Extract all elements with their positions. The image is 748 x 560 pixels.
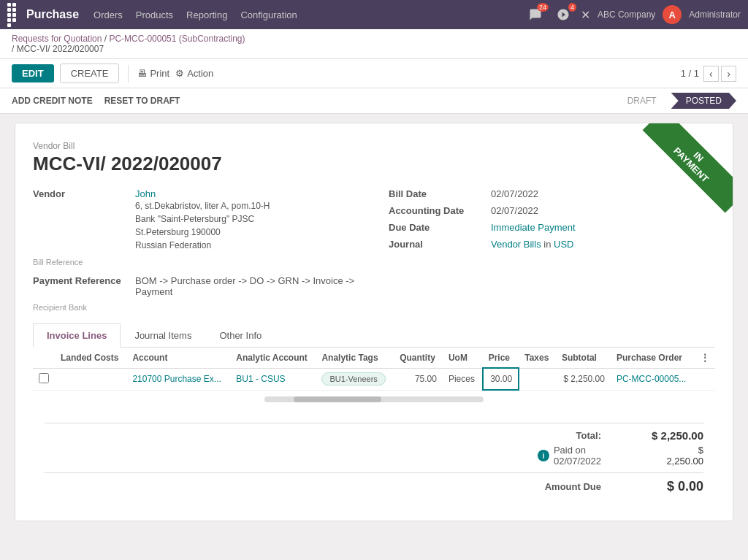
total-value: $ 2,250.00 bbox=[630, 429, 703, 442]
fields-left: Vendor John 6, st.Dekabristov, liter A, … bbox=[33, 188, 359, 312]
row-landed-costs bbox=[55, 368, 126, 390]
nav-reporting[interactable]: Reporting bbox=[186, 9, 227, 20]
journal-label: Journal bbox=[389, 239, 491, 250]
print-button[interactable]: 🖶 Print bbox=[137, 68, 169, 79]
row-quantity: 75.00 bbox=[394, 368, 443, 390]
accounting-date-label: Accounting Date bbox=[389, 205, 491, 216]
avatar[interactable]: A bbox=[663, 5, 682, 24]
row-account[interactable]: 210700 Purchase Ex... bbox=[126, 368, 230, 390]
activity-badge: 4 bbox=[568, 3, 576, 12]
row-uom: Pieces bbox=[443, 368, 483, 390]
breadcrumb-part2[interactable]: PC-MCC-000051 (SubContracting) bbox=[109, 34, 245, 44]
status-draft[interactable]: DRAFT bbox=[613, 93, 671, 109]
accounting-date-value: 02/07/2022 bbox=[491, 205, 538, 216]
nav-orders[interactable]: Orders bbox=[94, 9, 123, 20]
bill-date-label: Bill Date bbox=[389, 188, 491, 199]
status-posted[interactable]: POSTED bbox=[671, 93, 736, 109]
due-date-row: Due Date Immediate Payment bbox=[389, 222, 715, 233]
divider bbox=[45, 423, 703, 423]
company-name: ABC Company bbox=[598, 9, 655, 20]
col-landed-costs: Landed Costs bbox=[55, 348, 126, 368]
add-credit-note-button[interactable]: ADD CREDIT NOTE bbox=[12, 96, 93, 106]
col-checkbox bbox=[33, 348, 55, 368]
main-navigation: Orders Products Reporting Configuration bbox=[94, 9, 525, 20]
row-analytic-tags: BU1-Veneers bbox=[316, 368, 394, 390]
document-label: Vendor Bill bbox=[33, 141, 715, 151]
user-name: Administrator bbox=[689, 9, 741, 20]
vendor-name[interactable]: John bbox=[135, 188, 270, 199]
row-checkbox-cell[interactable] bbox=[33, 368, 55, 390]
row-taxes bbox=[519, 368, 556, 390]
close-icon[interactable]: ✕ bbox=[581, 8, 590, 22]
edit-button[interactable]: EDIT bbox=[12, 64, 54, 83]
in-payment-ribbon: IN PAYMENT bbox=[643, 123, 733, 212]
top-navigation: Purchase Orders Products Reporting Confi… bbox=[0, 0, 748, 29]
bill-reference-label: Bill Reference bbox=[33, 258, 359, 266]
nav-right-section: 24 4 ✕ ABC Company A Administrator bbox=[525, 4, 741, 25]
tab-journal-items[interactable]: Journal Items bbox=[121, 323, 205, 348]
document-number: MCC-VI/ 2022/020007 bbox=[33, 153, 715, 175]
nav-configuration[interactable]: Configuration bbox=[240, 9, 297, 20]
tab-other-info[interactable]: Other Info bbox=[205, 323, 275, 348]
vendor-address: 6, st.Dekabristov, liter A, pom.10-H Ban… bbox=[135, 199, 270, 252]
action-dot-icon: ⚙ bbox=[175, 68, 184, 79]
reset-to-draft-button[interactable]: RESET TO DRAFT bbox=[104, 96, 180, 106]
chat-badge: 24 bbox=[537, 3, 549, 12]
tab-bar: Invoice Lines Journal Items Other Info bbox=[33, 323, 715, 348]
paid-label: i Paid on 02/07/2022 bbox=[538, 445, 601, 467]
analytic-tag-badge: BU1-Veneers bbox=[321, 372, 385, 386]
payment-reference-row: Payment Reference BOM -> Purchase order … bbox=[33, 275, 359, 297]
next-button[interactable]: › bbox=[721, 66, 736, 82]
pagination-text: 1 / 1 bbox=[681, 68, 699, 79]
col-analytic-tags: Analytic Tags bbox=[316, 348, 394, 368]
row-purchase-order[interactable]: PC-MCC-00005... bbox=[611, 368, 695, 390]
row-more bbox=[695, 368, 715, 390]
totals-section: Total: $ 2,250.00 i Paid on 02/07/2022 $… bbox=[33, 408, 715, 503]
row-checkbox[interactable] bbox=[39, 373, 49, 383]
pagination-area: 1 / 1 ‹ › bbox=[681, 66, 736, 82]
print-icon: 🖶 bbox=[137, 68, 147, 79]
journal-currency[interactable]: USD bbox=[554, 239, 573, 250]
activity-notification[interactable]: 4 bbox=[553, 4, 573, 25]
tab-invoice-lines[interactable]: Invoice Lines bbox=[33, 323, 121, 348]
document-fields: Vendor John 6, st.Dekabristov, liter A, … bbox=[33, 188, 715, 312]
status-steps: DRAFT POSTED bbox=[613, 93, 736, 109]
pagination-arrows: ‹ › bbox=[703, 66, 736, 82]
prev-button[interactable]: ‹ bbox=[703, 66, 719, 82]
create-button[interactable]: CREATE bbox=[60, 64, 120, 83]
info-icon[interactable]: i bbox=[538, 450, 549, 461]
col-taxes: Taxes bbox=[519, 348, 556, 368]
payment-reference-value: BOM -> Purchase order -> DO -> GRN -> In… bbox=[135, 275, 359, 297]
paid-value: $ 2,250.00 bbox=[630, 445, 703, 467]
col-purchase-order: Purchase Order bbox=[611, 348, 695, 368]
vendor-field: Vendor John 6, st.Dekabristov, liter A, … bbox=[33, 188, 359, 252]
recipient-bank-label: Recipient Bank bbox=[33, 303, 359, 312]
nav-products[interactable]: Products bbox=[136, 9, 173, 20]
amount-due-value: $ 0.00 bbox=[630, 479, 703, 494]
journal-name[interactable]: Vendor Bills bbox=[491, 239, 541, 250]
invoice-lines-table: Landed Costs Account Analytic Account An… bbox=[33, 348, 715, 391]
payment-reference-label: Payment Reference bbox=[33, 275, 135, 286]
col-subtotal: Subtotal bbox=[556, 348, 611, 368]
total-row: Total: $ 2,250.00 bbox=[45, 429, 703, 442]
row-analytic-account[interactable]: BU1 - CSUS bbox=[230, 368, 316, 390]
app-brand: Purchase bbox=[26, 8, 79, 21]
breadcrumb-part1[interactable]: Requests for Quotation bbox=[12, 34, 102, 44]
breadcrumb-part3: MCC-VI/ 2022/020007 bbox=[17, 44, 104, 54]
bill-date-value: 02/07/2022 bbox=[491, 188, 538, 199]
chat-notification[interactable]: 24 bbox=[525, 4, 546, 25]
due-date-value[interactable]: Immediate Payment bbox=[491, 222, 576, 233]
amount-due-row: Amount Due $ 0.00 bbox=[45, 479, 703, 494]
journal-value: Vendor Bills in USD bbox=[491, 239, 573, 250]
due-date-label: Due Date bbox=[389, 222, 491, 233]
table-row: 210700 Purchase Ex... BU1 - CSUS BU1-Ven… bbox=[33, 368, 715, 390]
action-button[interactable]: ⚙ Action bbox=[175, 68, 213, 79]
paid-row: i Paid on 02/07/2022 $ 2,250.00 bbox=[45, 445, 703, 467]
main-content: IN PAYMENT Vendor Bill MCC-VI/ 2022/0200… bbox=[0, 114, 748, 530]
vendor-value: John 6, st.Dekabristov, liter A, pom.10-… bbox=[135, 188, 270, 252]
total-label: Total: bbox=[576, 430, 601, 441]
row-price[interactable]: 30.00 bbox=[483, 368, 519, 390]
print-label: Print bbox=[150, 68, 169, 79]
invoice-lines-table-wrapper: Landed Costs Account Analytic Account An… bbox=[33, 348, 715, 391]
apps-menu-icon[interactable] bbox=[7, 3, 19, 27]
